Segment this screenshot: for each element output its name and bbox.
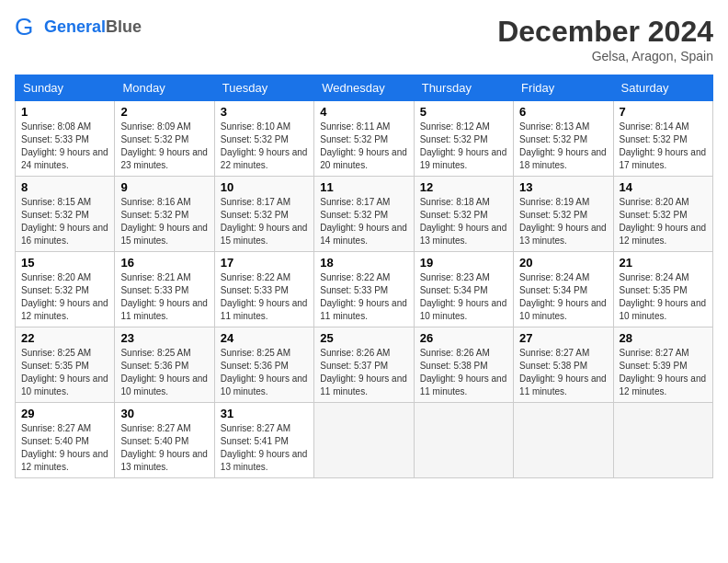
- daylight-label: Daylight: 9 hours and 11 minutes.: [221, 298, 308, 321]
- sunrise-label: Sunrise: 8:25 AM: [221, 348, 290, 358]
- day-number: 15: [21, 256, 108, 270]
- sunset-label: Sunset: 5:32 PM: [620, 134, 688, 144]
- day-info: Sunrise: 8:24 AM Sunset: 5:34 PM Dayligh…: [519, 271, 607, 323]
- sunset-label: Sunset: 5:35 PM: [620, 285, 688, 295]
- day-info: Sunrise: 8:27 AM Sunset: 5:38 PM Dayligh…: [519, 347, 607, 398]
- daylight-label: Daylight: 9 hours and 16 minutes.: [21, 223, 108, 246]
- sunrise-label: Sunrise: 8:19 AM: [519, 197, 589, 207]
- day-number: 16: [120, 256, 208, 270]
- daylight-label: Daylight: 9 hours and 24 minutes.: [21, 147, 108, 170]
- day-number: 11: [320, 180, 407, 194]
- day-info: Sunrise: 8:26 AM Sunset: 5:38 PM Dayligh…: [420, 347, 507, 398]
- day-number: 2: [120, 105, 208, 119]
- sunrise-label: Sunrise: 8:24 AM: [519, 272, 589, 282]
- calendar-cell: 30 Sunrise: 8:27 AM Sunset: 5:40 PM Dayl…: [115, 403, 214, 478]
- header-tuesday: Tuesday: [214, 75, 313, 101]
- sunset-label: Sunset: 5:38 PM: [519, 361, 587, 371]
- location: Gelsa, Aragon, Spain: [497, 49, 713, 63]
- sunrise-label: Sunrise: 8:09 AM: [120, 121, 190, 132]
- calendar-cell: 6 Sunrise: 8:13 AM Sunset: 5:32 PM Dayli…: [514, 101, 613, 177]
- header-friday: Friday: [514, 75, 613, 101]
- calendar-cell: [414, 403, 513, 478]
- day-info: Sunrise: 8:19 AM Sunset: 5:32 PM Dayligh…: [519, 196, 607, 247]
- calendar-cell: 18 Sunrise: 8:22 AM Sunset: 5:33 PM Dayl…: [314, 252, 414, 327]
- svg-text:G: G: [15, 15, 33, 40]
- day-number: 9: [120, 180, 208, 194]
- daylight-label: Daylight: 9 hours and 13 minutes.: [519, 223, 607, 246]
- sunset-label: Sunset: 5:32 PM: [320, 210, 388, 220]
- logo-text-blue: Blue: [106, 17, 142, 36]
- calendar-table: Sunday Monday Tuesday Wednesday Thursday…: [15, 75, 713, 478]
- day-info: Sunrise: 8:17 AM Sunset: 5:32 PM Dayligh…: [221, 196, 308, 247]
- daylight-label: Daylight: 9 hours and 10 minutes.: [620, 298, 707, 321]
- daylight-label: Daylight: 9 hours and 10 minutes.: [519, 298, 607, 321]
- sunset-label: Sunset: 5:41 PM: [221, 436, 289, 446]
- header-thursday: Thursday: [414, 75, 513, 101]
- daylight-label: Daylight: 9 hours and 12 minutes.: [620, 373, 707, 396]
- sunset-label: Sunset: 5:33 PM: [120, 285, 188, 295]
- calendar-cell: 8 Sunrise: 8:15 AM Sunset: 5:32 PM Dayli…: [16, 177, 115, 252]
- day-number: 13: [519, 180, 607, 194]
- daylight-label: Daylight: 9 hours and 13 minutes.: [420, 223, 507, 246]
- day-info: Sunrise: 8:09 AM Sunset: 5:32 PM Dayligh…: [120, 121, 208, 172]
- calendar-cell: 19 Sunrise: 8:23 AM Sunset: 5:34 PM Dayl…: [414, 252, 513, 327]
- day-info: Sunrise: 8:13 AM Sunset: 5:32 PM Dayligh…: [519, 121, 607, 172]
- header-saturday: Saturday: [613, 75, 712, 101]
- sunrise-label: Sunrise: 8:17 AM: [221, 197, 290, 207]
- sunset-label: Sunset: 5:32 PM: [420, 134, 488, 144]
- sunset-label: Sunset: 5:35 PM: [21, 361, 89, 371]
- day-number: 24: [221, 331, 308, 345]
- calendar-cell: 25 Sunrise: 8:26 AM Sunset: 5:37 PM Dayl…: [314, 327, 414, 403]
- daylight-label: Daylight: 9 hours and 14 minutes.: [320, 223, 407, 246]
- day-info: Sunrise: 8:08 AM Sunset: 5:33 PM Dayligh…: [21, 121, 108, 172]
- calendar-cell: 13 Sunrise: 8:19 AM Sunset: 5:32 PM Dayl…: [514, 177, 613, 252]
- page-header: G GeneralBlue December 2024 Gelsa, Arago…: [15, 15, 713, 63]
- day-info: Sunrise: 8:26 AM Sunset: 5:37 PM Dayligh…: [320, 347, 407, 398]
- daylight-label: Daylight: 9 hours and 12 minutes.: [21, 449, 108, 472]
- calendar-week-row: 29 Sunrise: 8:27 AM Sunset: 5:40 PM Dayl…: [16, 403, 713, 478]
- day-number: 17: [221, 256, 308, 270]
- daylight-label: Daylight: 9 hours and 11 minutes.: [320, 373, 407, 396]
- day-info: Sunrise: 8:27 AM Sunset: 5:41 PM Dayligh…: [221, 422, 308, 474]
- sunrise-label: Sunrise: 8:24 AM: [620, 272, 689, 282]
- day-number: 29: [21, 407, 108, 420]
- daylight-label: Daylight: 9 hours and 13 minutes.: [120, 449, 208, 472]
- sunrise-label: Sunrise: 8:10 AM: [221, 121, 290, 132]
- calendar-cell: 26 Sunrise: 8:26 AM Sunset: 5:38 PM Dayl…: [414, 327, 513, 403]
- day-number: 7: [620, 105, 707, 119]
- calendar-cell: 9 Sunrise: 8:16 AM Sunset: 5:32 PM Dayli…: [115, 177, 214, 252]
- calendar-week-row: 15 Sunrise: 8:20 AM Sunset: 5:32 PM Dayl…: [16, 252, 713, 327]
- daylight-label: Daylight: 9 hours and 10 minutes.: [420, 298, 507, 321]
- sunrise-label: Sunrise: 8:27 AM: [221, 423, 290, 433]
- header-wednesday: Wednesday: [314, 75, 414, 101]
- header-sunday: Sunday: [16, 75, 115, 101]
- day-info: Sunrise: 8:25 AM Sunset: 5:36 PM Dayligh…: [221, 347, 308, 398]
- day-number: 22: [21, 331, 108, 345]
- sunset-label: Sunset: 5:33 PM: [320, 285, 388, 295]
- day-number: 25: [320, 331, 407, 345]
- weekday-header-row: Sunday Monday Tuesday Wednesday Thursday…: [16, 75, 713, 101]
- daylight-label: Daylight: 9 hours and 22 minutes.: [221, 147, 308, 170]
- sunset-label: Sunset: 5:32 PM: [21, 285, 89, 295]
- calendar-cell: 17 Sunrise: 8:22 AM Sunset: 5:33 PM Dayl…: [214, 252, 313, 327]
- sunrise-label: Sunrise: 8:26 AM: [320, 348, 390, 358]
- sunrise-label: Sunrise: 8:14 AM: [620, 121, 689, 132]
- sunrise-label: Sunrise: 8:23 AM: [420, 272, 490, 282]
- day-number: 31: [221, 407, 308, 420]
- logo-text-general: General: [44, 17, 106, 36]
- day-info: Sunrise: 8:20 AM Sunset: 5:32 PM Dayligh…: [21, 271, 108, 323]
- day-info: Sunrise: 8:15 AM Sunset: 5:32 PM Dayligh…: [21, 196, 108, 247]
- day-info: Sunrise: 8:20 AM Sunset: 5:32 PM Dayligh…: [620, 196, 707, 247]
- calendar-cell: 24 Sunrise: 8:25 AM Sunset: 5:36 PM Dayl…: [214, 327, 313, 403]
- calendar-cell: 7 Sunrise: 8:14 AM Sunset: 5:32 PM Dayli…: [613, 101, 712, 177]
- sunset-label: Sunset: 5:36 PM: [221, 361, 289, 371]
- day-info: Sunrise: 8:27 AM Sunset: 5:40 PM Dayligh…: [21, 422, 108, 474]
- day-info: Sunrise: 8:14 AM Sunset: 5:32 PM Dayligh…: [620, 121, 707, 172]
- daylight-label: Daylight: 9 hours and 10 minutes.: [21, 373, 108, 396]
- daylight-label: Daylight: 9 hours and 15 minutes.: [221, 223, 308, 246]
- day-info: Sunrise: 8:27 AM Sunset: 5:39 PM Dayligh…: [620, 347, 707, 398]
- day-info: Sunrise: 8:10 AM Sunset: 5:32 PM Dayligh…: [221, 121, 308, 172]
- day-info: Sunrise: 8:11 AM Sunset: 5:32 PM Dayligh…: [320, 121, 407, 172]
- day-number: 8: [21, 180, 108, 194]
- sunrise-label: Sunrise: 8:27 AM: [120, 423, 190, 433]
